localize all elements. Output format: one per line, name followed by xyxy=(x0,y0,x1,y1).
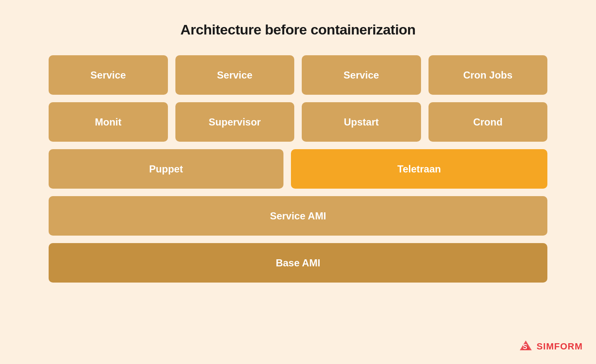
box-supervisor: Supervisor xyxy=(175,102,295,142)
box-service-2: Service xyxy=(175,55,295,95)
box-service-3: Service xyxy=(302,55,421,95)
simform-logo: S SIMFORM xyxy=(518,339,583,354)
row-services: Service Service Service Cron Jobs xyxy=(49,55,547,95)
svg-text:S: S xyxy=(523,343,527,350)
row-deployment: Puppet Teletraan xyxy=(49,149,547,189)
box-upstart: Upstart xyxy=(302,102,421,142)
architecture-diagram: Service Service Service Cron Jobs Monit … xyxy=(49,55,547,283)
row-process-managers: Monit Supervisor Upstart Crond xyxy=(49,102,547,142)
row-base-ami: Base AMI xyxy=(49,243,547,283)
box-cron-jobs: Cron Jobs xyxy=(429,55,548,95)
row-service-ami: Service AMI xyxy=(49,196,547,236)
box-service-ami: Service AMI xyxy=(49,196,547,236)
simform-text: SIMFORM xyxy=(537,341,583,352)
box-service-1: Service xyxy=(49,55,168,95)
box-monit: Monit xyxy=(49,102,168,142)
box-puppet: Puppet xyxy=(49,149,283,189)
box-teletraan: Teletraan xyxy=(291,149,547,189)
simform-icon: S xyxy=(518,339,533,354)
box-base-ami: Base AMI xyxy=(49,243,547,283)
page-title: Architecture before containerization xyxy=(180,22,416,38)
box-crond: Crond xyxy=(429,102,548,142)
